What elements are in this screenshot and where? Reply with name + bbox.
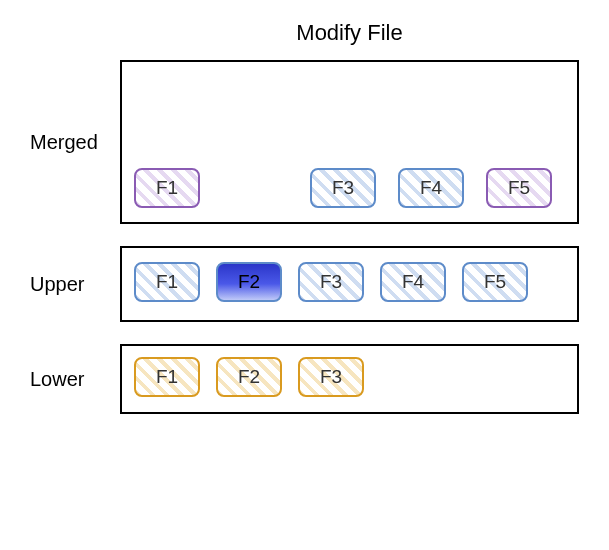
row-label-upper: Upper	[30, 273, 120, 296]
file-slot-highlighted: F2	[216, 262, 282, 302]
file-slot: F2	[216, 357, 282, 397]
diagram-title: Modify File	[120, 20, 579, 46]
file-slot: F3	[298, 357, 364, 397]
file-slot: F1	[134, 168, 200, 208]
file-slot: F1	[134, 262, 200, 302]
file-slot: F4	[380, 262, 446, 302]
file-slot: F4	[398, 168, 464, 208]
file-slot: F3	[310, 168, 376, 208]
panel-merged: F1 F3 F4 F5	[120, 60, 579, 224]
row-merged: Merged F1 F3 F4 F5	[30, 60, 579, 224]
row-label-merged: Merged	[30, 131, 120, 154]
row-upper: Upper F1 F2 F3 F4 F5	[30, 246, 579, 322]
panel-lower: F1 F2 F3	[120, 344, 579, 414]
row-label-lower: Lower	[30, 368, 120, 391]
panel-upper: F1 F2 F3 F4 F5	[120, 246, 579, 322]
file-slot: F1	[134, 357, 200, 397]
row-lower: Lower F1 F2 F3	[30, 344, 579, 414]
file-slot: F3	[298, 262, 364, 302]
file-slot: F5	[462, 262, 528, 302]
file-slot: F5	[486, 168, 552, 208]
